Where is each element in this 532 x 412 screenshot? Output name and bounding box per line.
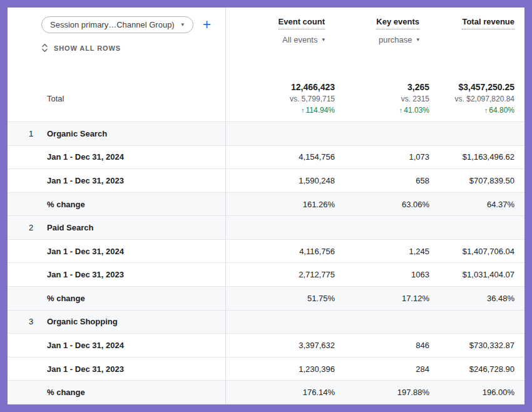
row-number: 3 bbox=[8, 317, 38, 326]
row-number: 2 bbox=[8, 223, 38, 232]
group-header-row: 3 Organic Shopping bbox=[8, 310, 524, 334]
event-count-value: 2,712,775 bbox=[225, 270, 335, 279]
key-events-value: 1063 bbox=[335, 270, 429, 279]
date-range-row: Jan 1 - Dec 31, 2024 4,116,756 1,245 $1,… bbox=[8, 239, 524, 263]
total-revenue-value: $1,031,404.07 bbox=[429, 270, 514, 279]
total-row: Total 12,466,423 vs. 5,799,715 ↑114.94% … bbox=[8, 75, 524, 121]
date-range-label: Jan 1 - Dec 31, 2023 bbox=[38, 364, 225, 374]
total-revenue-value: $1,163,496.62 bbox=[429, 152, 514, 162]
key-event-selector-label: purchase bbox=[379, 35, 412, 44]
date-range-row: Jan 1 - Dec 31, 2023 2,712,775 1063 $1,0… bbox=[8, 262, 524, 286]
table-body: 1 Organic Search Jan 1 - Dec 31, 2024 4,… bbox=[8, 121, 524, 404]
metric-headers: Event count All events ▾ Key events purc… bbox=[8, 16, 524, 45]
total-event-count-vs: vs. 5,799,715 bbox=[225, 95, 335, 103]
event-count-change: 161.26% bbox=[225, 200, 335, 209]
date-range-row: Jan 1 - Dec 31, 2023 1,590,248 658 $707,… bbox=[8, 168, 524, 192]
total-key-events: 3,265 vs. 2315 ↑41.03% bbox=[335, 82, 429, 115]
chevron-down-icon: ▾ bbox=[322, 37, 325, 43]
total-revenue-value: $730,332.87 bbox=[429, 341, 514, 350]
group-header-row: 2 Paid Search bbox=[8, 215, 524, 239]
total-event-count: 12,466,423 vs. 5,799,715 ↑114.94% bbox=[225, 82, 335, 115]
purple-frame: Session primary…Channel Group) ▼ + SHOW … bbox=[0, 0, 532, 412]
total-revenue-value: $246,728.90 bbox=[429, 364, 514, 374]
column-event-count: Event count All events ▾ bbox=[225, 16, 335, 45]
show-all-rows-label: SHOW ALL ROWS bbox=[54, 44, 121, 52]
key-event-selector[interactable]: purchase ▾ bbox=[379, 35, 419, 44]
event-count-value: 4,154,756 bbox=[225, 152, 335, 162]
trend-up-icon: ↑ bbox=[484, 106, 488, 114]
key-events-value: 284 bbox=[335, 364, 429, 374]
total-revenue-header[interactable]: Total revenue bbox=[462, 17, 514, 29]
percent-change-row: % change 51.75% 17.12% 36.48% bbox=[8, 286, 524, 310]
date-range-label: Jan 1 - Dec 31, 2024 bbox=[38, 247, 225, 256]
key-events-change: 63.06% bbox=[335, 200, 429, 209]
key-events-value: 846 bbox=[335, 341, 429, 350]
key-events-value: 658 bbox=[335, 176, 429, 185]
event-count-change: 51.75% bbox=[225, 294, 335, 303]
analytics-report-table: Session primary…Channel Group) ▼ + SHOW … bbox=[8, 8, 524, 404]
date-range-label: Jan 1 - Dec 31, 2023 bbox=[38, 176, 225, 185]
total-key-events-change: ↑41.03% bbox=[335, 106, 429, 115]
date-range-label: Jan 1 - Dec 31, 2023 bbox=[38, 270, 225, 279]
key-events-change: 17.12% bbox=[335, 294, 429, 303]
group-header-row: 1 Organic Search bbox=[8, 121, 524, 145]
event-count-value: 4,116,756 bbox=[225, 247, 335, 256]
row-number: 1 bbox=[8, 129, 38, 138]
date-range-row: Jan 1 - Dec 31, 2024 3,397,632 846 $730,… bbox=[8, 333, 524, 357]
key-events-value: 1,245 bbox=[335, 247, 429, 256]
key-events-change: 197.88% bbox=[335, 388, 429, 397]
total-key-events-vs: vs. 2315 bbox=[335, 95, 429, 103]
total-label: Total bbox=[38, 94, 225, 103]
trend-up-icon: ↑ bbox=[399, 106, 403, 114]
column-divider bbox=[225, 8, 226, 404]
chevron-down-icon: ▾ bbox=[416, 37, 419, 43]
column-total-revenue: Total revenue bbox=[429, 16, 514, 45]
event-count-change: 176.14% bbox=[225, 388, 335, 397]
total-key-events-value: 3,265 bbox=[335, 82, 429, 92]
column-key-events: Key events purchase ▾ bbox=[335, 16, 429, 45]
event-metric-selector-label: All events bbox=[282, 35, 317, 44]
event-count-value: 1,590,248 bbox=[225, 176, 335, 185]
date-range-row: Jan 1 - Dec 31, 2023 1,230,396 284 $246,… bbox=[8, 357, 524, 381]
channel-name: Organic Search bbox=[38, 129, 225, 138]
channel-name: Organic Shopping bbox=[38, 317, 225, 326]
total-revenue-vs: vs. $2,097,820.84 bbox=[429, 95, 514, 103]
total-revenue-change: ↑64.80% bbox=[429, 106, 514, 115]
percent-change-label: % change bbox=[38, 200, 225, 209]
total-event-count-value: 12,466,423 bbox=[225, 82, 335, 92]
event-metric-selector[interactable]: All events ▾ bbox=[282, 35, 325, 44]
percent-change-row: % change 176.14% 197.88% 196.00% bbox=[8, 380, 524, 404]
trend-up-icon: ↑ bbox=[301, 106, 305, 114]
date-range-row: Jan 1 - Dec 31, 2024 4,154,756 1,073 $1,… bbox=[8, 145, 524, 169]
date-range-label: Jan 1 - Dec 31, 2024 bbox=[38, 152, 225, 162]
key-events-header[interactable]: Key events bbox=[376, 17, 419, 29]
total-revenue-value: $1,407,706.04 bbox=[429, 247, 514, 256]
percent-change-row: % change 161.26% 63.06% 64.37% bbox=[8, 192, 524, 216]
total-revenue-change: 196.00% bbox=[429, 388, 514, 397]
total-event-count-change: ↑114.94% bbox=[225, 106, 335, 115]
date-range-label: Jan 1 - Dec 31, 2024 bbox=[38, 341, 225, 350]
percent-change-label: % change bbox=[38, 388, 225, 397]
total-revenue-value: $707,839.50 bbox=[429, 176, 514, 185]
total-revenue-change: 36.48% bbox=[429, 294, 514, 303]
total-revenue-change: 64.37% bbox=[429, 200, 514, 209]
percent-change-label: % change bbox=[38, 294, 225, 303]
key-events-value: 1,073 bbox=[335, 152, 429, 162]
event-count-value: 3,397,632 bbox=[225, 341, 335, 350]
event-count-header[interactable]: Event count bbox=[279, 17, 325, 29]
total-revenue: $3,457,250.25 vs. $2,097,820.84 ↑64.80% bbox=[429, 82, 514, 115]
table-header: Session primary…Channel Group) ▼ + SHOW … bbox=[8, 8, 524, 75]
channel-name: Paid Search bbox=[38, 223, 225, 232]
event-count-value: 1,230,396 bbox=[225, 364, 335, 374]
total-revenue-value: $3,457,250.25 bbox=[429, 82, 514, 92]
